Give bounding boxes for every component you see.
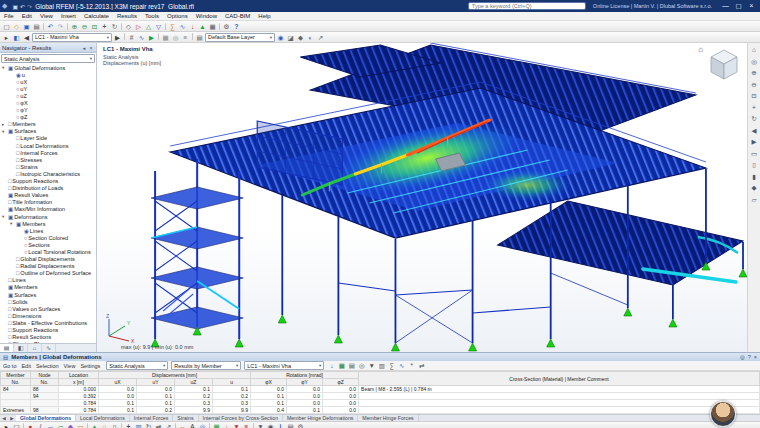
checkbox-icon[interactable]: □ bbox=[16, 157, 19, 163]
deformed-shape-icon[interactable]: ∿ bbox=[137, 33, 146, 42]
result-table-tab[interactable]: Member Hinge Forces bbox=[358, 415, 418, 421]
checkbox-icon[interactable]: ◉ bbox=[16, 72, 21, 78]
checkbox-icon[interactable]: □ bbox=[8, 178, 11, 184]
tree-item[interactable]: ▾ ▣ Deformations bbox=[2, 213, 96, 220]
checkbox-icon[interactable]: ◉ bbox=[24, 228, 29, 234]
checkbox-icon[interactable]: ▣ bbox=[8, 284, 13, 290]
visibility-modes-icon[interactable]: ◉ bbox=[276, 33, 285, 42]
tree-item[interactable]: ▾ ▣ Members bbox=[2, 220, 96, 227]
open-model-icon[interactable]: ◇ bbox=[12, 22, 21, 31]
navigation-cube[interactable] bbox=[709, 49, 739, 81]
menu-item[interactable]: Window bbox=[192, 12, 221, 20]
zoom-in-icon[interactable]: ⊕ bbox=[70, 22, 79, 31]
tree-item[interactable]: □ Result Sections bbox=[2, 334, 96, 341]
checkbox-icon[interactable]: □ bbox=[8, 121, 11, 127]
tree-item[interactable]: ○ φX bbox=[2, 99, 96, 106]
options-icon[interactable]: ⚙ bbox=[296, 422, 305, 428]
zoom-all-icon[interactable]: ◎ bbox=[749, 57, 759, 67]
snap-icon[interactable]: ◎ bbox=[171, 33, 180, 42]
checkbox-icon[interactable]: □ bbox=[8, 313, 11, 319]
scale-tool-icon[interactable]: ↗ bbox=[164, 422, 173, 428]
search-icon[interactable]: ◎ bbox=[357, 361, 366, 370]
model-viewport[interactable]: LC1 - Maximi Vha Static Analysis Displac… bbox=[97, 43, 747, 352]
line-tool-icon[interactable]: / bbox=[36, 422, 45, 428]
section-tool-icon[interactable]: ▯ bbox=[110, 422, 119, 428]
table-row[interactable]: Extremes 98 0.784 0.1 0.2 9.9 9.9 0.4 0.… bbox=[1, 407, 760, 414]
mirror-tool-icon[interactable]: ⇄ bbox=[154, 422, 163, 428]
clipping-icon[interactable]: ◪ bbox=[286, 33, 295, 42]
separator[interactable] bbox=[124, 33, 125, 40]
table-row[interactable]: 0.784 0.1 0.1 0.3 0.3 0.1 0.0 0.0 bbox=[1, 400, 760, 407]
nav-tab-display[interactable]: ◧ bbox=[14, 344, 28, 352]
grid-icon[interactable]: ▦ bbox=[161, 33, 170, 42]
view-xy-icon[interactable]: ▭ bbox=[749, 149, 759, 159]
opening-tool-icon[interactable]: ▭ bbox=[76, 422, 85, 428]
isometric-view-icon[interactable]: ◇ bbox=[124, 22, 133, 31]
checkbox-icon[interactable]: □ bbox=[8, 334, 11, 340]
orbit-icon[interactable]: ↻ bbox=[749, 114, 759, 124]
menu-item[interactable]: View bbox=[36, 12, 57, 20]
tabs-scroll-left-icon[interactable]: ◀ bbox=[0, 416, 8, 421]
tree-item[interactable]: ○ uY bbox=[2, 85, 96, 92]
tree-item[interactable]: □ Stresses bbox=[2, 156, 96, 163]
hinge-tool-icon[interactable]: ○ bbox=[100, 422, 109, 428]
checkbox-icon[interactable]: □ bbox=[16, 150, 19, 156]
help-icon[interactable]: ? bbox=[748, 354, 751, 360]
result-values-icon[interactable]: # bbox=[127, 33, 136, 42]
close-panel-icon[interactable]: × bbox=[88, 45, 94, 51]
render-mode-icon[interactable]: ▱ bbox=[749, 195, 759, 205]
checkbox-icon[interactable]: □ bbox=[16, 143, 19, 149]
nav-tab-views[interactable]: ⌂ bbox=[28, 344, 42, 352]
checkbox-icon[interactable]: □ bbox=[8, 327, 11, 333]
checkbox-icon[interactable]: ▣ bbox=[8, 192, 13, 198]
tree-item[interactable]: □ Strains bbox=[2, 163, 96, 170]
checkbox-icon[interactable]: □ bbox=[8, 320, 11, 326]
pan-icon[interactable]: + bbox=[749, 103, 759, 113]
pan-icon[interactable]: + bbox=[100, 22, 109, 31]
checkbox-icon[interactable]: ○ bbox=[16, 93, 19, 99]
view-y-icon[interactable]: △ bbox=[144, 22, 153, 31]
menu-item[interactable]: Results bbox=[113, 12, 141, 20]
pointer-icon[interactable]: ▸ bbox=[2, 33, 11, 42]
redo-icon[interactable]: ↷ bbox=[27, 3, 32, 10]
maximize-view-icon[interactable]: ↗ bbox=[316, 33, 325, 42]
nav-tab-data[interactable]: ▤ bbox=[0, 344, 14, 352]
surface-tool-icon[interactable]: ▱ bbox=[56, 422, 65, 428]
tree-item[interactable]: □ Support Reactions bbox=[2, 326, 96, 333]
supports-icon[interactable]: ▲ bbox=[198, 22, 207, 31]
checkbox-icon[interactable]: □ bbox=[16, 135, 19, 141]
new-model-icon[interactable]: ▢ bbox=[2, 22, 11, 31]
view-x-icon[interactable]: ▷ bbox=[134, 22, 143, 31]
home-view-icon[interactable]: ⌂ bbox=[698, 45, 703, 54]
print-icon[interactable]: ▤ bbox=[347, 361, 356, 370]
table-menu-item[interactable]: Selection bbox=[36, 363, 59, 369]
prev-view-icon[interactable]: ◀ bbox=[749, 126, 759, 136]
collapse-panel-icon[interactable]: ◂ bbox=[81, 45, 87, 51]
zoom-in-icon[interactable]: ⊕ bbox=[749, 68, 759, 78]
zoom-window-icon[interactable]: ⊡ bbox=[90, 22, 99, 31]
checkbox-icon[interactable]: □ bbox=[16, 171, 19, 177]
tree-item[interactable]: □ Values on Surfaces bbox=[2, 305, 96, 312]
tree-item[interactable]: □ Isotropic Characteristics bbox=[2, 170, 96, 177]
results-icon[interactable]: ∿ bbox=[178, 22, 187, 31]
select-icon[interactable]: ▸ bbox=[2, 422, 11, 428]
checkbox-icon[interactable]: ▣ bbox=[16, 221, 21, 227]
view-xz-icon[interactable]: ▯ bbox=[749, 160, 759, 170]
checkbox-icon[interactable]: □ bbox=[8, 306, 11, 312]
tree-item[interactable]: ○ φY bbox=[2, 107, 96, 114]
tree-item[interactable]: ○ uX bbox=[2, 78, 96, 85]
separator[interactable] bbox=[192, 33, 193, 40]
checkbox-icon[interactable]: ▣ bbox=[8, 65, 13, 71]
checkbox-icon[interactable]: □ bbox=[16, 164, 19, 170]
table-menu-item[interactable]: View bbox=[64, 363, 76, 369]
box-select-icon[interactable]: ▢ bbox=[12, 422, 21, 428]
info-icon[interactable]: i bbox=[276, 422, 285, 428]
redo-icon[interactable]: ↷ bbox=[56, 22, 65, 31]
export-icon[interactable]: ↓ bbox=[327, 361, 336, 370]
layer-combo[interactable]: Default Base Layer bbox=[205, 33, 275, 42]
perspective-view-icon[interactable]: ◆ bbox=[749, 183, 759, 193]
tree-item[interactable]: □ Dimensions bbox=[2, 312, 96, 319]
separator[interactable] bbox=[87, 423, 88, 428]
dimension-tool-icon[interactable]: ↔ bbox=[178, 422, 187, 428]
expander-icon[interactable]: ▸ bbox=[2, 122, 7, 127]
